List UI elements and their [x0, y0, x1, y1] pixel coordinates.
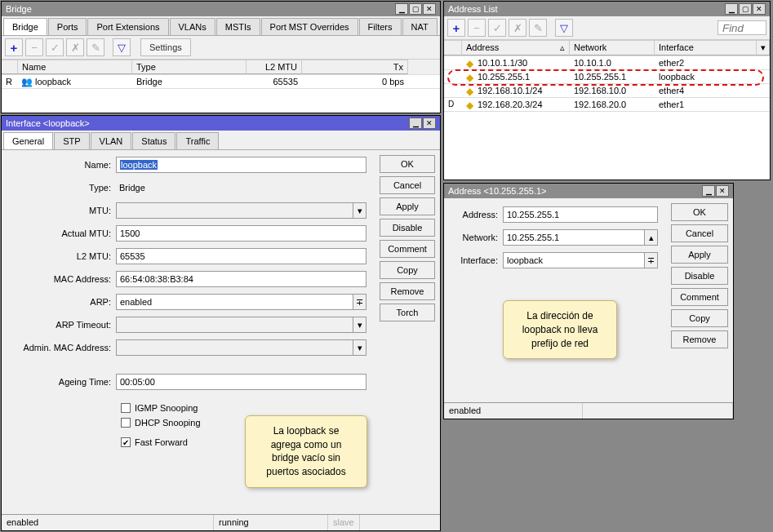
col-address[interactable]: Address▵	[462, 40, 570, 55]
tab-status[interactable]: Status	[132, 132, 175, 149]
interface-titlebar[interactable]: Interface <loopback> ▁ ✕	[2, 116, 440, 131]
tab-vlan[interactable]: VLAN	[91, 132, 132, 149]
cancel-button[interactable]: Cancel	[380, 176, 435, 194]
arp-timeout-field[interactable]	[116, 317, 353, 333]
comment-button[interactable]: ✎	[529, 19, 547, 37]
bridge-titlebar[interactable]: Bridge ▁ ▢ ✕	[2, 2, 440, 16]
apply-button[interactable]: Apply	[380, 197, 435, 215]
name-field[interactable]: loopback	[116, 157, 367, 173]
tab-port-extensions[interactable]: Port Extensions	[87, 18, 168, 35]
minimize-icon[interactable]: ▁	[725, 3, 738, 15]
maximize-icon[interactable]: ▢	[739, 3, 752, 15]
tab-ports[interactable]: Ports	[48, 18, 87, 35]
minimize-icon[interactable]: ▁	[409, 117, 422, 129]
remove-button[interactable]: −	[25, 38, 43, 56]
ok-button[interactable]: OK	[671, 203, 728, 221]
col-tx[interactable]: Tx	[302, 60, 408, 74]
status-running: running	[214, 515, 328, 530]
close-icon[interactable]: ✕	[423, 117, 436, 129]
find-input[interactable]	[717, 20, 766, 35]
address-list-toolbar: + − ✓ ✗ ✎ ▽	[444, 16, 770, 40]
tab-stp[interactable]: STP	[54, 132, 89, 149]
dropdown-icon[interactable]: ∓	[353, 294, 367, 310]
cancel-button[interactable]: Cancel	[671, 224, 728, 242]
comment-button[interactable]: ✎	[87, 38, 104, 56]
mtu-field[interactable]	[116, 202, 353, 219]
enable-button[interactable]: ✓	[488, 19, 506, 37]
address-list-title: Address List	[448, 4, 724, 14]
add-button[interactable]: +	[5, 38, 23, 56]
apply-button[interactable]: Apply	[671, 246, 728, 264]
col-l2mtu[interactable]: L2 MTU	[247, 60, 302, 74]
comment-button[interactable]: Comment	[380, 240, 435, 258]
copy-button[interactable]: Copy	[380, 261, 435, 279]
network-label: Network:	[452, 233, 503, 242]
table-row[interactable]: R loopback Bridge 65535 0 bps	[2, 75, 440, 89]
settings-button[interactable]: Settings	[140, 38, 191, 56]
minimize-icon[interactable]: ▁	[395, 3, 408, 15]
arp-field[interactable]: enabled	[116, 294, 353, 310]
tab-nat[interactable]: NAT	[402, 18, 438, 35]
chevron-down-icon[interactable]: ▾	[353, 202, 367, 219]
filter-icon[interactable]: ▽	[113, 38, 131, 56]
ok-button[interactable]: OK	[380, 155, 435, 173]
table-row[interactable]: 192.168.10.1/24 192.168.10.0 ether4	[444, 84, 770, 98]
network-field[interactable]: 10.255.255.1	[503, 229, 645, 246]
table-row[interactable]: 10.10.1.1/30 10.10.1.0 ether2	[444, 56, 770, 70]
remove-button[interactable]: Remove	[671, 330, 728, 348]
minimize-icon[interactable]: ▁	[702, 185, 715, 197]
disable-button[interactable]: Disable	[380, 219, 435, 237]
col-name[interactable]: Name	[18, 60, 132, 74]
ageing-field[interactable]: 00:05:00	[116, 374, 367, 390]
tab-bridge[interactable]: Bridge	[3, 18, 47, 35]
close-icon[interactable]: ✕	[423, 3, 436, 15]
remove-button[interactable]: Remove	[380, 282, 435, 300]
admin-mac-field[interactable]	[116, 339, 353, 356]
maximize-icon[interactable]: ▢	[409, 3, 422, 15]
l2mtu-field[interactable]: 65535	[116, 248, 367, 264]
address-edit-titlebar[interactable]: Address <10.255.255.1> ▁ ✕	[444, 184, 733, 198]
bridge-tabs: Bridge Ports Port Extensions VLANs MSTIs…	[2, 16, 440, 36]
add-button[interactable]: +	[447, 19, 465, 37]
row-flag: R	[2, 75, 18, 88]
enable-button[interactable]: ✓	[46, 38, 64, 56]
address-list-titlebar[interactable]: Address List ▁ ▢ ✕	[444, 2, 770, 16]
interface-field[interactable]: loopback	[503, 252, 645, 268]
chevron-down-icon[interactable]: ▾	[353, 339, 367, 356]
tab-port-mst-overrides[interactable]: Port MST Overrides	[261, 18, 358, 35]
torch-button[interactable]: Torch	[380, 304, 435, 321]
close-icon[interactable]: ✕	[753, 3, 766, 15]
col-flag[interactable]	[444, 40, 462, 55]
disable-button[interactable]: Disable	[671, 267, 728, 285]
dropdown-icon[interactable]: ∓	[645, 252, 658, 268]
address-edit-title: Address <10.255.255.1>	[448, 186, 701, 196]
tab-filters[interactable]: Filters	[359, 18, 402, 35]
bridge-grid-body: R loopback Bridge 65535 0 bps	[2, 75, 440, 113]
disable-button[interactable]: ✗	[66, 38, 84, 56]
col-type[interactable]: Type	[132, 60, 247, 74]
col-more-icon[interactable]: ▾	[757, 40, 770, 55]
filter-icon[interactable]: ▽	[555, 19, 573, 37]
tab-mstis[interactable]: MSTIs	[216, 18, 260, 35]
igmp-snooping-checkbox[interactable]: IGMP Snooping	[121, 403, 367, 413]
col-flag[interactable]	[2, 60, 18, 74]
table-row[interactable]: D 192.168.20.3/24 192.168.20.0 ether1	[444, 98, 770, 112]
callout-note: La loopback se agrega como un bridge vac…	[245, 415, 367, 488]
copy-button[interactable]: Copy	[671, 309, 728, 327]
remove-button[interactable]: −	[468, 19, 486, 37]
actual-mtu-field[interactable]: 1500	[116, 225, 367, 242]
address-field[interactable]: 10.255.255.1	[503, 206, 658, 223]
col-network[interactable]: Network	[570, 40, 655, 55]
comment-button[interactable]: Comment	[671, 288, 728, 306]
chevron-up-icon[interactable]: ▴	[645, 229, 658, 246]
tab-traffic[interactable]: Traffic	[176, 132, 219, 149]
mac-field[interactable]: 66:54:08:38:B3:84	[116, 271, 367, 287]
interface-tabs: General STP VLAN Status Traffic	[2, 131, 440, 150]
col-interface[interactable]: Interface	[655, 40, 757, 55]
chevron-down-icon[interactable]: ▾	[353, 317, 367, 333]
close-icon[interactable]: ✕	[716, 185, 729, 197]
tab-vlans[interactable]: VLANs	[170, 18, 215, 35]
tab-general[interactable]: General	[3, 132, 53, 149]
disable-button[interactable]: ✗	[509, 19, 526, 37]
interface-buttons: OK Cancel Apply Disable Comment Copy Rem…	[375, 150, 440, 459]
